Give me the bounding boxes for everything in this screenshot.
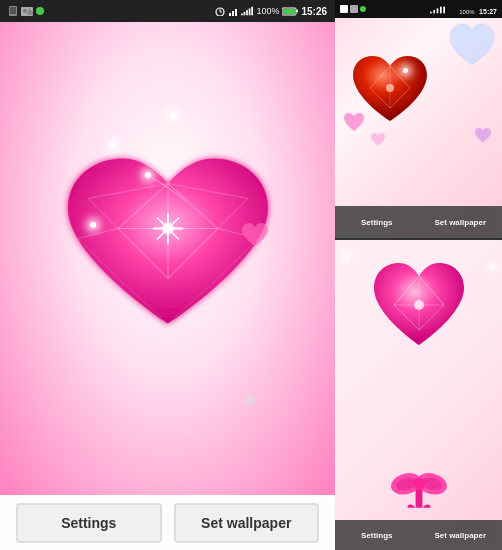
status-bar: 100% 15:26 — [0, 0, 335, 22]
small-float-heart-1 — [240, 222, 270, 254]
small-pink-heart-2 — [370, 133, 386, 151]
right-sparkle-2 — [345, 255, 349, 259]
status-time: 15:26 — [301, 6, 327, 17]
right-time: 15:27 — [479, 8, 497, 15]
signal-icon — [241, 6, 253, 16]
battery-dot-icon — [36, 7, 44, 15]
svg-rect-17 — [283, 9, 295, 14]
right-status-left — [340, 5, 366, 13]
right-preview-bottom: Settings Set wallpaper — [335, 240, 502, 550]
svg-rect-11 — [241, 14, 243, 16]
svg-rect-44 — [443, 7, 445, 14]
right-photo-icon — [350, 5, 358, 13]
bottom-bar: Settings Set wallpaper — [0, 495, 335, 550]
right-pink-diamond-heart — [369, 260, 469, 355]
status-bar-right-icons: 100% 15:26 — [215, 6, 327, 17]
right-sparkle-3 — [490, 265, 494, 269]
small-pink-heart-3 — [474, 128, 492, 148]
right-settings-btn-bottom[interactable]: Settings — [335, 520, 419, 550]
status-bar-left-icons — [8, 6, 44, 16]
svg-rect-41 — [433, 10, 435, 13]
svg-rect-10 — [235, 9, 237, 16]
wallpaper-preview-main — [0, 22, 335, 495]
right-battery-percent: 100% — [459, 9, 474, 15]
right-signal-icon — [430, 6, 455, 14]
right-panel: 100% 15:27 — [335, 0, 502, 550]
svg-point-50 — [386, 84, 394, 92]
bow-decoration — [389, 465, 449, 505]
battery-icon — [282, 6, 298, 16]
sparkle-1 — [110, 142, 116, 148]
small-pink-heart-1 — [343, 113, 365, 137]
settings-button[interactable]: Settings — [16, 503, 162, 543]
left-panel: 100% 15:26 — [0, 0, 335, 550]
sparkle-4 — [170, 112, 176, 118]
svg-rect-18 — [296, 10, 298, 13]
svg-rect-43 — [440, 7, 442, 14]
svg-point-67 — [413, 478, 425, 490]
right-battery-dot — [360, 6, 366, 12]
svg-rect-13 — [247, 10, 249, 15]
sparkle-3 — [90, 222, 96, 228]
right-settings-btn-top[interactable]: Settings — [335, 206, 419, 238]
right-wallpaper-btn-top[interactable]: Set wallpaper — [419, 206, 503, 238]
svg-rect-12 — [244, 12, 246, 15]
right-status-bar: 100% 15:27 — [335, 0, 502, 18]
diamond-dot — [243, 393, 257, 407]
white-crystal-heart — [447, 23, 497, 73]
right-top-btn-bar: Settings Set wallpaper — [335, 206, 502, 238]
right-bottom-btn-bar: Settings Set wallpaper — [335, 520, 502, 550]
alarm-icon — [215, 6, 225, 16]
sparkle-2 — [145, 172, 151, 178]
svg-rect-1 — [10, 7, 16, 14]
svg-rect-8 — [229, 13, 231, 16]
svg-rect-9 — [232, 11, 234, 16]
battery-percent: 100% — [256, 6, 279, 16]
right-sparkle-1 — [403, 68, 408, 73]
photo-icon — [21, 6, 33, 16]
svg-rect-40 — [430, 12, 432, 14]
right-phone-icon — [340, 5, 348, 13]
right-preview-top: Settings Set wallpaper — [335, 18, 502, 238]
set-wallpaper-button[interactable]: Set wallpaper — [174, 503, 320, 543]
svg-rect-42 — [436, 8, 438, 13]
phone-icon — [8, 6, 18, 16]
svg-rect-14 — [249, 8, 251, 15]
svg-point-61 — [414, 300, 424, 310]
wifi-icon — [228, 6, 238, 16]
right-status-right: 100% 15:27 — [430, 0, 497, 18]
svg-rect-15 — [252, 7, 254, 16]
svg-point-3 — [23, 9, 27, 13]
right-wallpaper-btn-bottom[interactable]: Set wallpaper — [419, 520, 503, 550]
